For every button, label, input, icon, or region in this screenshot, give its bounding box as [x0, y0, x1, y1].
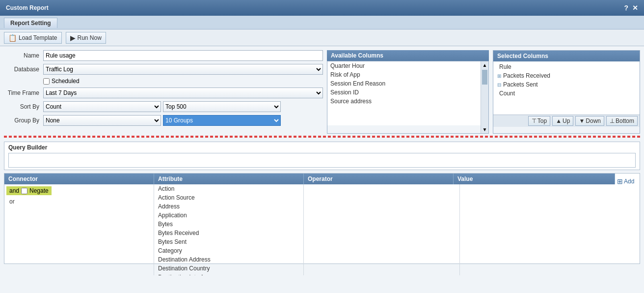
toolbar: 📋 Load Template ▶ Run Now: [0, 29, 644, 46]
close-icon[interactable]: ✕: [632, 4, 638, 12]
list-item[interactable]: Rule: [494, 62, 639, 71]
query-builder-title: Query Builder: [8, 144, 636, 151]
bottom-icon: ⊥: [610, 117, 615, 124]
list-item[interactable]: Source address: [327, 97, 481, 106]
group-by-row: Group By None 10 Groups: [4, 115, 323, 126]
available-columns-scrollbar[interactable]: ▲ ▼: [481, 61, 488, 133]
list-item[interactable]: Address: [154, 202, 303, 211]
top-button[interactable]: ⊤ Top: [528, 116, 550, 126]
down-label: Down: [586, 117, 601, 124]
scrollbar-thumb: [482, 70, 487, 85]
load-template-button[interactable]: 📋 Load Template: [4, 32, 62, 44]
group-by-select[interactable]: None: [43, 115, 161, 126]
attribute-list: Action Action Source Address Application…: [154, 184, 303, 275]
down-icon: ▼: [579, 117, 585, 124]
value-header: Value: [454, 174, 615, 184]
query-display: [8, 153, 636, 168]
bottom-label: Bottom: [616, 117, 634, 124]
selected-columns-header: Selected Columns: [493, 51, 640, 61]
list-item[interactable]: Count: [494, 89, 639, 98]
connector-and-row: and Negate: [6, 186, 152, 195]
add-icon: ⊞: [617, 177, 623, 185]
negate-checkbox[interactable]: [21, 188, 27, 194]
sort-by-label: Sort By: [4, 103, 43, 110]
list-item[interactable]: Destination Address: [154, 255, 303, 264]
list-item[interactable]: Destination Country: [154, 264, 303, 273]
list-item[interactable]: Session End Reason: [327, 79, 481, 88]
sort-by-select[interactable]: Count: [43, 101, 161, 112]
down-button[interactable]: ▼ Down: [575, 116, 604, 126]
available-columns-header: Available Columns: [327, 50, 489, 61]
scroll-down-icon[interactable]: ▼: [481, 126, 488, 133]
query-builder-section: Query Builder: [4, 142, 640, 170]
scheduled-label: Scheduled: [52, 78, 80, 85]
timeframe-select[interactable]: Last 7 Days: [43, 88, 323, 98]
up-button[interactable]: ▲ Up: [552, 116, 573, 126]
name-row: Name: [4, 50, 323, 61]
run-now-button[interactable]: ▶ Run Now: [66, 32, 106, 44]
list-item[interactable]: Quarter Hour: [327, 61, 481, 70]
timeframe-row: Time Frame Last 7 Days: [4, 88, 323, 98]
help-icon[interactable]: ?: [624, 4, 628, 12]
bottom-button[interactable]: ⊥ Bottom: [606, 116, 638, 126]
group-count-select[interactable]: 10 Groups: [163, 115, 281, 126]
left-form: Name Database Traffic Log Scheduled Time…: [4, 50, 323, 134]
connector-header: Connector: [4, 174, 154, 184]
red-dashed-separator: [4, 136, 640, 138]
form-section: Name Database Traffic Log Scheduled Time…: [4, 50, 640, 134]
list-item[interactable]: Action Source: [154, 193, 303, 202]
list-item[interactable]: ⊞ Packets Received: [494, 71, 639, 80]
sort-by-row: Sort By Count Top 500: [4, 101, 323, 112]
scheduled-checkbox[interactable]: [43, 78, 50, 85]
query-table-main: Connector Attribute Operator Value and N…: [4, 174, 615, 264]
up-icon: ▲: [556, 117, 562, 124]
value-column: [460, 184, 616, 275]
list-item[interactable]: Action: [154, 184, 303, 193]
connector-and[interactable]: and Negate: [6, 186, 52, 195]
list-item[interactable]: Session ID: [327, 88, 481, 97]
available-columns-wrapper: Quarter Hour Risk of App Session End Rea…: [327, 61, 489, 134]
plus-icon: ⊞: [497, 73, 501, 79]
top-label: Top: [537, 117, 547, 124]
group-by-label: Group By: [4, 117, 43, 124]
list-item[interactable]: Risk of App: [327, 70, 481, 79]
query-table-body: and Negate or Action Action Source Addre…: [4, 184, 615, 275]
query-table: Connector Attribute Operator Value and N…: [4, 173, 640, 264]
query-table-header: Connector Attribute Operator Value: [4, 174, 615, 184]
list-item[interactable]: Bytes Received: [154, 229, 303, 237]
list-item[interactable]: Destination Interface: [154, 273, 303, 275]
load-template-icon: 📋: [8, 34, 17, 42]
database-select[interactable]: Traffic Log: [43, 64, 323, 75]
list-item[interactable]: Category: [154, 246, 303, 255]
load-template-label: Load Template: [19, 34, 57, 41]
selected-column-list: Rule ⊞ Packets Received ⊟ Packets Sent C…: [493, 61, 640, 115]
main-content: Name Database Traffic Log Scheduled Time…: [0, 46, 644, 293]
operator-header: Operator: [304, 174, 454, 184]
tab-report-setting[interactable]: Report Setting: [4, 18, 57, 28]
list-item[interactable]: ⊟ Packets Sent: [494, 80, 639, 89]
and-label: and: [9, 187, 19, 194]
tab-bar: Report Setting: [0, 16, 644, 29]
list-item[interactable]: Bytes: [154, 220, 303, 229]
name-input[interactable]: [43, 50, 323, 61]
list-item[interactable]: Bytes Sent: [154, 237, 303, 246]
columns-section: Available Columns Quarter Hour Risk of A…: [327, 50, 640, 134]
database-row: Database Traffic Log: [4, 64, 323, 75]
negate-label: Negate: [29, 187, 49, 194]
sort-top-select[interactable]: Top 500: [163, 101, 281, 112]
title-bar: Custom Report ? ✕: [0, 0, 644, 16]
scheduled-row: Scheduled: [4, 78, 323, 85]
attribute-header: Attribute: [154, 174, 304, 184]
add-button[interactable]: ⊞ Add: [617, 177, 634, 185]
title-bar-icons: ? ✕: [624, 4, 638, 12]
add-label: Add: [624, 178, 634, 185]
up-label: Up: [563, 117, 570, 124]
connector-or[interactable]: or: [6, 197, 152, 206]
attribute-column: Action Action Source Address Application…: [154, 184, 304, 275]
list-item[interactable]: Application: [154, 211, 303, 220]
scroll-up-icon[interactable]: ▲: [481, 61, 488, 69]
operator-column: [304, 184, 460, 275]
run-now-icon: ▶: [70, 34, 76, 42]
name-label: Name: [4, 52, 43, 59]
connector-column: and Negate or: [4, 184, 154, 275]
